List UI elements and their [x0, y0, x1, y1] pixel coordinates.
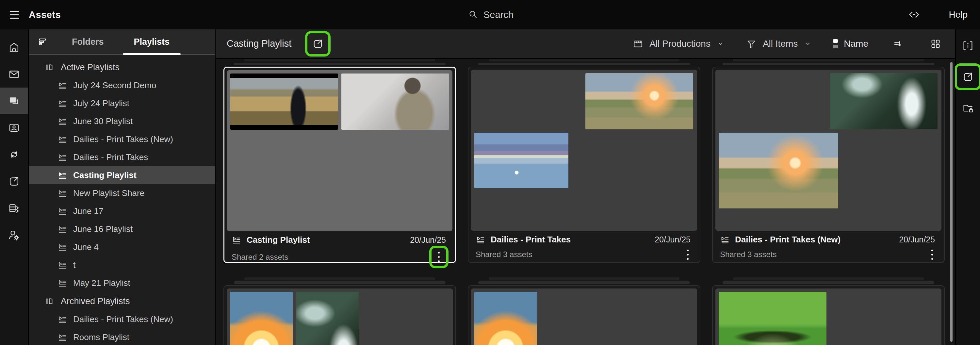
share-playlist-button[interactable]	[309, 35, 326, 52]
playlist-item-label: t	[73, 260, 75, 270]
panel-toggle-share[interactable]	[959, 68, 977, 85]
items-filter-label: All Items	[763, 38, 798, 49]
card-meta-row: Shared 3 assets	[720, 245, 935, 264]
playlist-icon	[57, 207, 67, 216]
panel-toggle-info[interactable]	[959, 37, 977, 54]
sidebar-sort-button[interactable]	[29, 29, 57, 54]
card-date: 20/Jun/25	[655, 235, 690, 244]
card-title: Casting Playlist	[247, 235, 310, 245]
playlist-card[interactable]: Casting Playlist20/Jun/25Shared 2 assets	[223, 67, 456, 263]
sidebar-playlist-item[interactable]: Dailies - Print Takes (New)	[29, 310, 215, 328]
playlist-section-row[interactable]: Archived Playlists	[29, 292, 215, 310]
help-link[interactable]: Help	[949, 10, 967, 20]
sidebar-playlist-item[interactable]: June 16 Playlist	[29, 220, 215, 238]
top-bar: Assets Help	[0, 0, 980, 29]
sort-field-button[interactable]: Name	[833, 38, 868, 49]
sidebar-playlist-item[interactable]: July 24 Second Demo	[29, 76, 215, 94]
playlist-section-row[interactable]: Active Playlists	[29, 58, 215, 76]
playlist-icon	[57, 170, 67, 180]
sort-field-label: Name	[844, 38, 868, 49]
card-menu-button[interactable]	[436, 251, 442, 263]
items-filter[interactable]: All Items	[746, 38, 812, 49]
kebab-dot	[931, 250, 933, 251]
sidebar-playlist-item[interactable]: June 17	[29, 202, 215, 220]
tab-folders-label: Folders	[72, 37, 104, 47]
persongear-icon	[8, 229, 20, 241]
playlist-card[interactable]: Dailies - Print Takes20/Jun/25Shared 3 a…	[468, 67, 700, 263]
playlist-item-label: May 21 Playlist	[73, 278, 130, 288]
deck-bar	[489, 59, 679, 61]
playlist-card-wrap: Dailies - Print Takes (New)20/Jun/25Shar…	[712, 59, 945, 263]
deck-bar	[234, 281, 445, 284]
sunset-field-thumbnail	[719, 133, 838, 208]
sidebar-playlist-item[interactable]: June 30 Playlist	[29, 112, 215, 130]
playlist-card[interactable]	[223, 285, 456, 345]
deck-bar	[234, 63, 445, 65]
playlist-card[interactable]	[712, 285, 945, 345]
info-icon	[962, 40, 974, 52]
kebab-dot	[931, 258, 933, 260]
playlist-item-label: Dailies - Print Takes (New)	[73, 314, 173, 324]
developer-console-button[interactable]	[905, 6, 923, 23]
playlist-stack-icon	[45, 62, 54, 72]
deck-bar	[244, 277, 435, 280]
forest-bridge-thumbnail	[719, 292, 826, 345]
sunset-silhouette-thumbnail	[230, 292, 293, 345]
card-menu-wrap	[929, 248, 935, 261]
sidebar-playlist-item[interactable]: June 4	[29, 238, 215, 256]
rail-item-inbox[interactable]	[0, 61, 28, 87]
sidebar-playlist-item[interactable]: July 24 Playlist	[29, 94, 215, 112]
sidebar-playlist-item[interactable]: Casting Playlist	[29, 166, 215, 184]
tab-folders[interactable]: Folders	[57, 29, 119, 54]
playlist-card-wrap	[712, 277, 945, 345]
playlist-card[interactable]: Dailies - Print Takes (New)20/Jun/25Shar…	[712, 67, 945, 263]
search-icon	[468, 10, 478, 20]
dune-thumbnail	[830, 292, 937, 345]
playlist-icon	[57, 135, 67, 145]
search-bar[interactable]	[468, 0, 620, 29]
rail-item-account-settings[interactable]	[0, 221, 28, 248]
playlist-card[interactable]	[468, 285, 700, 345]
rail-item-contacts[interactable]	[0, 114, 28, 141]
tab-playlists[interactable]: Playlists	[119, 29, 185, 54]
card-title-row: Dailies - Print Takes (New)20/Jun/25	[720, 235, 935, 245]
card-menu-button[interactable]	[929, 248, 935, 261]
search-input[interactable]	[484, 10, 620, 20]
sidebar-playlist-item[interactable]: May 21 Playlist	[29, 274, 215, 292]
panel-toggle-restricted-folder[interactable]	[959, 99, 977, 116]
sidebar-playlist-item[interactable]: Rooms Playlist	[29, 328, 215, 345]
annotation-ring-share	[955, 64, 980, 90]
vertical-scrollbar[interactable]	[950, 62, 953, 342]
lake-flamingo-thumbnail	[474, 133, 568, 188]
card-thumbs-panel	[471, 70, 697, 231]
rail-item-home[interactable]	[0, 34, 28, 61]
playlist-icon	[57, 261, 67, 270]
deck-bar	[489, 277, 679, 280]
assets-icon	[8, 95, 20, 107]
grid-view-button[interactable]	[927, 35, 944, 52]
playlist-item-label: June 17	[73, 206, 103, 216]
card-shared-count: Shared 2 assets	[232, 253, 288, 262]
deck-bar	[733, 59, 924, 61]
mail-icon	[8, 68, 20, 80]
productions-filter[interactable]: All Productions	[632, 38, 725, 49]
hamburger-menu-icon[interactable]	[10, 11, 19, 19]
sidebar-playlist-item[interactable]: Dailies - Print Takes	[29, 148, 215, 166]
sidebar-playlist-item[interactable]: Dailies - Print Takes (New)	[29, 130, 215, 148]
playlist-icon	[57, 189, 67, 198]
card-date: 20/Jun/25	[410, 235, 446, 245]
annotation-ring-card-menu	[429, 246, 449, 268]
sort-direction-button[interactable]	[889, 35, 906, 52]
sidebar-playlist-item[interactable]: t	[29, 256, 215, 274]
playlist-icon	[57, 81, 67, 91]
rail-item-requests[interactable]	[0, 195, 28, 221]
card-menu-button[interactable]	[685, 248, 690, 261]
rail-item-transfers[interactable]	[0, 141, 28, 168]
sidebar-playlist-item[interactable]: New Playlist Share	[29, 184, 215, 202]
rail-item-shares[interactable]	[0, 168, 28, 195]
annotation-ring-share	[305, 31, 331, 57]
playlist-item-label: Casting Playlist	[73, 170, 137, 180]
rail-item-assets[interactable]	[0, 87, 28, 114]
share-icon	[962, 71, 974, 83]
playlist-item-label: July 24 Second Demo	[73, 80, 156, 91]
